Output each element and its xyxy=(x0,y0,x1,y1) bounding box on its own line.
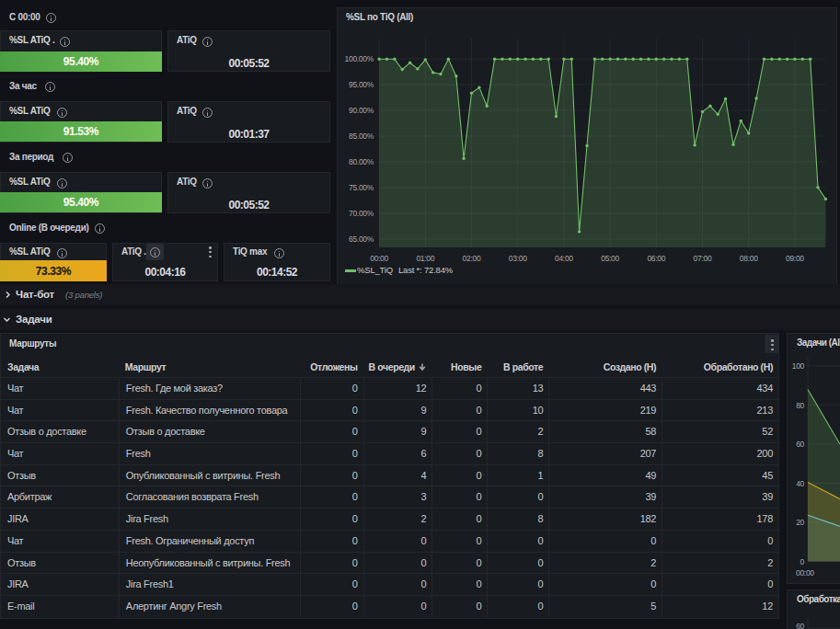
svg-text:07:00: 07:00 xyxy=(694,254,712,263)
svg-text:00:00: 00:00 xyxy=(370,254,388,263)
svg-text:06:00: 06:00 xyxy=(647,254,665,263)
svg-text:65.00%: 65.00% xyxy=(349,234,374,244)
svg-text:80.00%: 80.00% xyxy=(349,157,374,166)
svg-text:04:00: 04:00 xyxy=(555,254,573,263)
svg-text:60: 60 xyxy=(796,440,804,449)
svg-text:02:00: 02:00 xyxy=(463,254,481,263)
svg-text:00:00: 00:00 xyxy=(796,568,814,578)
svg-text:40: 40 xyxy=(796,479,804,488)
svg-text:09:00: 09:00 xyxy=(786,254,804,263)
svg-text:0: 0 xyxy=(800,557,805,566)
svg-text:60: 60 xyxy=(796,622,804,629)
svg-text:85.00%: 85.00% xyxy=(349,132,374,141)
svg-text:05:00: 05:00 xyxy=(601,254,619,263)
svg-text:20: 20 xyxy=(796,518,804,527)
svg-text:95.00%: 95.00% xyxy=(349,80,374,89)
svg-text:03:00: 03:00 xyxy=(509,254,527,263)
svg-text:01:00: 01:00 xyxy=(416,254,434,263)
svg-text:100: 100 xyxy=(792,361,805,371)
svg-text:70.00%: 70.00% xyxy=(349,209,374,218)
svg-text:90.00%: 90.00% xyxy=(349,106,374,115)
svg-text:100.00%: 100.00% xyxy=(345,54,374,63)
svg-text:08:00: 08:00 xyxy=(740,254,758,263)
svg-text:75.00%: 75.00% xyxy=(349,183,374,192)
svg-text:80: 80 xyxy=(796,401,804,410)
